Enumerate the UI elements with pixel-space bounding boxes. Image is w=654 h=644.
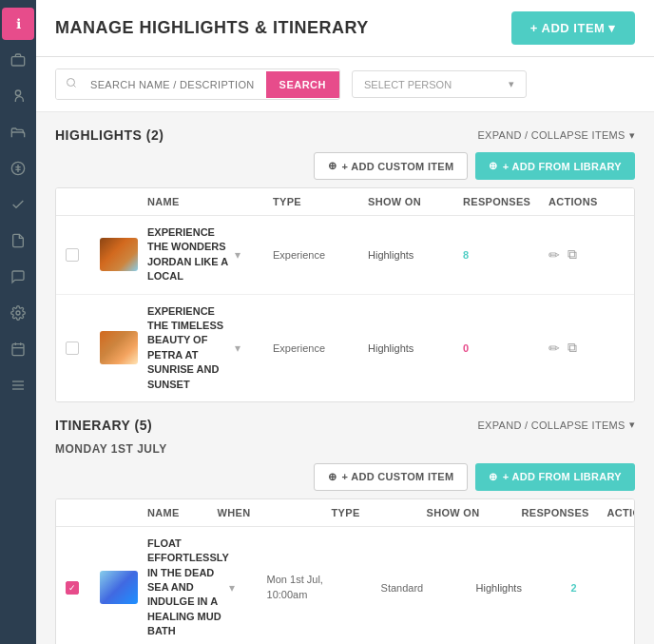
itinerary-section-header: ITINERARY (5) EXPAND / COLLAPSE ITEMS ▾ — [55, 418, 635, 433]
highlights-table: NAME TYPE SHOW ON RESPONSES ACTIONS EXPE… — [55, 187, 635, 402]
item-showon-1: Highlights — [368, 249, 463, 261]
highlights-table-header: NAME TYPE SHOW ON RESPONSES ACTIONS — [56, 188, 634, 216]
itinerary-title: ITINERARY (5) — [55, 418, 152, 433]
thumbnail-2 — [100, 331, 147, 364]
highlights-add-library-button[interactable]: ⊕ + ADD FROM LIBRARY — [475, 152, 635, 180]
sidebar-icon-list[interactable] — [2, 369, 34, 401]
monday-add-custom-button[interactable]: ⊕ + ADD CUSTOM ITEM — [314, 463, 468, 491]
chevron-1[interactable]: ▾ — [235, 248, 273, 262]
sidebar-icon-bed[interactable] — [2, 116, 34, 148]
item-responses-2: 0 — [463, 342, 548, 354]
sidebar-icon-dollar[interactable] — [2, 152, 34, 185]
main-content: MANAGE HIGHLIGHTS & ITINERARY + ADD ITEM… — [36, 0, 654, 644]
col-type: TYPE — [273, 196, 368, 207]
page-header: MANAGE HIGHLIGHTS & ITINERARY + ADD ITEM… — [36, 0, 654, 57]
chevron-down-icon: ▾ — [629, 419, 635, 431]
search-icon — [56, 69, 87, 99]
col-expand — [180, 507, 218, 518]
col-show-on: SHOW ON — [427, 507, 522, 518]
item-thumbnail — [100, 331, 138, 364]
monday-table: NAME WHEN TYPE SHOW ON RESPONSES ACTIONS… — [55, 498, 635, 644]
sidebar: ℹ — [0, 0, 36, 644]
col-name: NAME — [147, 196, 235, 207]
search-bar: SEARCH SELECT PERSON ▾ — [36, 57, 654, 112]
svg-point-3 — [16, 311, 20, 315]
person-select[interactable]: SELECT PERSON ▾ — [352, 70, 527, 98]
highlights-row-1: EXPERIENCE THE WONDERS JORDAN LIKE A LOC… — [56, 216, 634, 295]
checkbox-1[interactable] — [66, 248, 100, 262]
plus-circle-icon: ⊕ — [489, 471, 497, 483]
plus-circle-icon: ⊕ — [489, 160, 497, 172]
monday-table-header: NAME WHEN TYPE SHOW ON RESPONSES ACTIONS — [56, 499, 634, 527]
svg-rect-0 — [11, 57, 24, 66]
sidebar-icon-settings[interactable] — [2, 297, 34, 329]
col-actions: ACTIONS — [548, 196, 625, 207]
col-checkbox — [66, 507, 100, 518]
item-showon-m1: Highlights — [476, 582, 571, 594]
search-wrapper: SEARCH — [55, 68, 340, 100]
item-responses-1: 8 — [463, 249, 548, 261]
item-actions-2: ✏ ⧉ — [548, 340, 625, 356]
sidebar-icon-briefcase[interactable] — [2, 44, 34, 76]
sidebar-icon-chat[interactable] — [2, 261, 34, 293]
edit-icon[interactable]: ✏ — [548, 247, 560, 263]
item-actions-1: ✏ ⧉ — [548, 246, 625, 263]
sidebar-icon-info[interactable]: ℹ — [2, 8, 34, 40]
highlights-add-custom-button[interactable]: ⊕ + ADD CUSTOM ITEM — [314, 152, 468, 180]
col-checkbox — [66, 196, 100, 207]
item-showon-2: Highlights — [368, 342, 463, 354]
col-thumb — [100, 507, 147, 518]
chevron-down-icon: ▾ — [509, 78, 514, 90]
item-thumbnail — [100, 571, 138, 604]
highlights-section-header: HIGHLIGHTS (2) EXPAND / COLLAPSE ITEMS ▾ — [55, 127, 635, 143]
svg-point-1 — [15, 90, 20, 95]
col-responses: RESPONSES — [522, 507, 607, 518]
highlights-action-buttons: ⊕ + ADD CUSTOM ITEM ⊕ + ADD FROM LIBRARY — [55, 152, 635, 180]
sidebar-icon-check[interactable] — [2, 188, 34, 221]
search-button[interactable]: SEARCH — [266, 71, 339, 98]
svg-rect-4 — [12, 344, 24, 356]
chevron-2[interactable]: ▾ — [235, 342, 273, 355]
item-name-2: EXPERIENCE THE TIMELESS BEAUTY OF PETRA … — [147, 304, 235, 392]
highlights-row-2: EXPERIENCE THE TIMELESS BEAUTY OF PETRA … — [56, 295, 634, 401]
row-checkbox[interactable] — [66, 581, 79, 595]
checkbox-2[interactable] — [66, 342, 100, 355]
col-responses: RESPONSES — [463, 196, 548, 207]
chevron-m1[interactable]: ▾ — [229, 581, 267, 595]
plus-icon: ⊕ — [328, 471, 337, 483]
thumbnail-m1 — [100, 571, 147, 604]
sidebar-icon-calendar[interactable] — [2, 333, 34, 365]
item-type-2: Experience — [273, 342, 368, 354]
page-title: MANAGE HIGHLIGHTS & ITINERARY — [55, 18, 369, 38]
checkbox-m1[interactable] — [66, 581, 100, 595]
copy-icon[interactable]: ⧉ — [567, 246, 577, 263]
item-type-m1: Standard — [381, 582, 476, 594]
search-input[interactable] — [87, 71, 266, 98]
col-type: TYPE — [332, 507, 427, 518]
edit-icon[interactable]: ✏ — [548, 341, 560, 356]
thumbnail-1 — [100, 238, 147, 271]
monday-add-library-button[interactable]: ⊕ + ADD FROM LIBRARY — [475, 463, 635, 491]
row-checkbox[interactable] — [66, 248, 79, 262]
col-when: WHEN — [218, 507, 332, 518]
highlights-title: HIGHLIGHTS (2) — [55, 127, 164, 143]
item-name-m1: FLOAT EFFORTLESSLY IN THE DEAD SEA AND I… — [147, 537, 229, 639]
highlights-expand-collapse[interactable]: EXPAND / COLLAPSE ITEMS ▾ — [477, 129, 635, 142]
chevron-down-icon: ▾ — [629, 129, 635, 142]
monday-row-1: FLOAT EFFORTLESSLY IN THE DEAD SEA AND I… — [56, 527, 634, 644]
sidebar-icon-document[interactable] — [2, 224, 34, 257]
monday-action-buttons: ⊕ + ADD CUSTOM ITEM ⊕ + ADD FROM LIBRARY — [55, 463, 635, 491]
plus-icon: ⊕ — [328, 160, 337, 172]
col-thumb — [100, 196, 147, 207]
item-when-m1: Mon 1st Jul,10:00am — [267, 573, 381, 602]
col-actions: ACTIONS — [607, 507, 635, 518]
copy-icon[interactable]: ⧉ — [567, 340, 577, 356]
item-responses-m1: 2 — [571, 582, 635, 594]
sidebar-icon-person[interactable] — [2, 80, 34, 112]
row-checkbox[interactable] — [66, 342, 79, 355]
col-expand — [235, 196, 273, 207]
col-name: NAME — [147, 507, 180, 518]
person-select-label: SELECT PERSON — [364, 79, 452, 90]
add-item-button[interactable]: + ADD ITEM ▾ — [511, 11, 635, 45]
itinerary-expand-collapse[interactable]: EXPAND / COLLAPSE ITEMS ▾ — [477, 419, 635, 431]
